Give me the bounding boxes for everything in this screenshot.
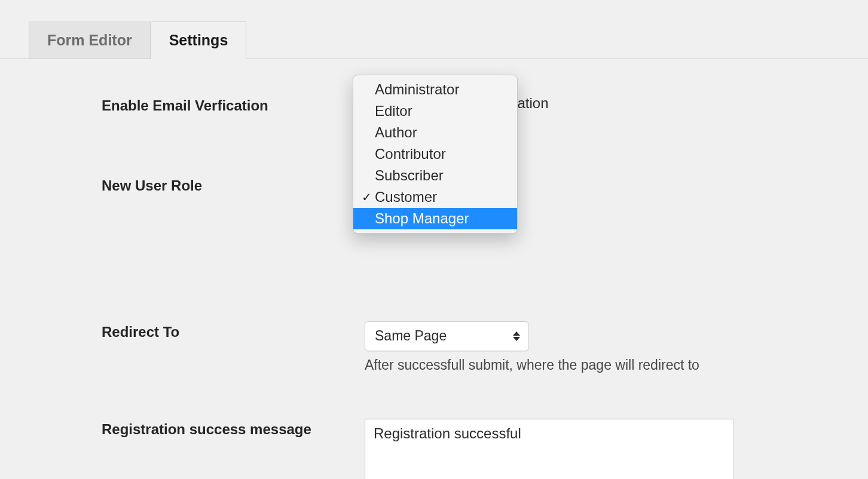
helper-text: After successfull submit, where the page… xyxy=(365,357,844,373)
dropdown-option-shop-manager[interactable]: Shop Manager xyxy=(353,208,517,229)
check-icon: ✓ xyxy=(359,190,374,204)
updown-caret-icon xyxy=(513,331,520,341)
success-message-textarea[interactable] xyxy=(365,419,734,479)
field-label: New User Role xyxy=(102,175,365,195)
field-label: Registration success message xyxy=(102,419,365,439)
row-new-user-role: New User Role Administrator Editor Autho… xyxy=(102,175,844,195)
tab-label: Settings xyxy=(169,32,228,48)
tabs-bar: Form Editor Settings xyxy=(0,0,868,59)
dropdown-option-label: Contributor xyxy=(374,146,446,162)
caret-up-icon xyxy=(513,331,520,336)
dropdown-option-administrator[interactable]: Administrator xyxy=(353,79,517,100)
redirect-select[interactable]: Same Page xyxy=(365,321,529,351)
field-label: Enable Email Verfication xyxy=(102,95,365,115)
row-redirect-to: Redirect To Same Page After successfull … xyxy=(102,321,844,373)
tab-form-editor[interactable]: Form Editor xyxy=(29,22,151,59)
dropdown-option-label: Subscriber xyxy=(374,167,444,184)
dropdown-option-author[interactable]: Author xyxy=(353,122,517,143)
dropdown-option-label: Author xyxy=(374,124,417,141)
dropdown-option-contributor[interactable]: Contributor xyxy=(353,143,517,165)
dropdown-option-customer[interactable]: ✓ Customer xyxy=(353,186,517,208)
user-role-dropdown-menu: Administrator Editor Author Contributor … xyxy=(353,75,518,234)
field-control xyxy=(365,419,844,479)
dropdown-option-label: Customer xyxy=(374,189,437,205)
tab-label: Form Editor xyxy=(47,32,132,48)
dropdown-option-label: Administrator xyxy=(374,81,459,98)
settings-form: Enable Email Verfication Enable Email Ve… xyxy=(0,59,868,479)
tab-settings[interactable]: Settings xyxy=(151,22,247,59)
row-success-message: Registration success message xyxy=(102,419,844,479)
dropdown-option-editor[interactable]: Editor xyxy=(353,100,517,122)
select-value: Same Page xyxy=(375,328,447,344)
caret-down-icon xyxy=(513,337,520,341)
dropdown-option-label: Editor xyxy=(374,103,412,119)
dropdown-option-subscriber[interactable]: Subscriber xyxy=(353,165,517,186)
field-label: Redirect To xyxy=(102,321,365,342)
field-control: Same Page After successfull submit, wher… xyxy=(365,321,844,373)
dropdown-option-label: Shop Manager xyxy=(374,210,469,227)
